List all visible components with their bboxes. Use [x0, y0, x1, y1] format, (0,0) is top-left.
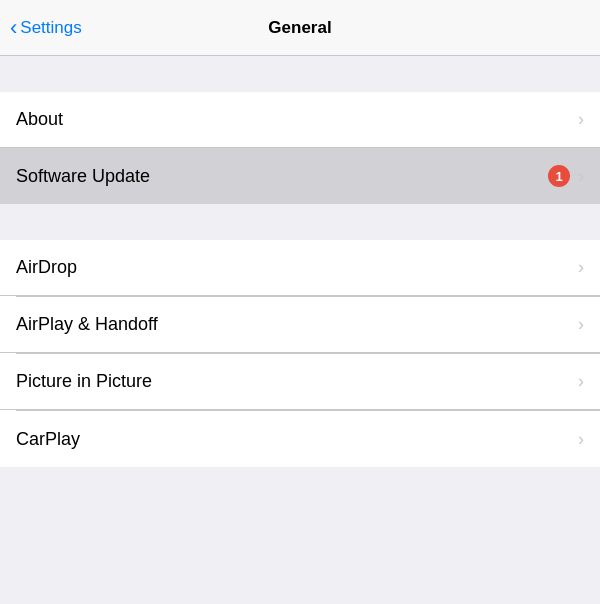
about-row-right: ›: [578, 109, 584, 130]
navigation-bar: ‹ Settings General: [0, 0, 600, 56]
airplay-handoff-row-right: ›: [578, 314, 584, 335]
software-update-label: Software Update: [16, 166, 548, 187]
picture-in-picture-label: Picture in Picture: [16, 371, 578, 392]
settings-group-1: About › Software Update 1 ›: [0, 92, 600, 204]
section-gap-top: [0, 56, 600, 92]
page-title: General: [268, 18, 331, 38]
airplay-handoff-chevron-icon: ›: [578, 314, 584, 335]
airdrop-row-right: ›: [578, 257, 584, 278]
airdrop-chevron-icon: ›: [578, 257, 584, 278]
airdrop-label: AirDrop: [16, 257, 578, 278]
airplay-handoff-row[interactable]: AirPlay & Handoff ›: [0, 297, 600, 353]
carplay-chevron-icon: ›: [578, 429, 584, 450]
software-update-badge: 1: [548, 165, 570, 187]
picture-in-picture-chevron-icon: ›: [578, 371, 584, 392]
software-update-chevron-icon: ›: [578, 166, 584, 187]
picture-in-picture-row-right: ›: [578, 371, 584, 392]
back-chevron-icon: ‹: [10, 17, 17, 39]
software-update-row[interactable]: Software Update 1 ›: [0, 148, 600, 204]
about-row[interactable]: About ›: [0, 92, 600, 148]
software-update-row-right: 1 ›: [548, 165, 584, 187]
carplay-row-right: ›: [578, 429, 584, 450]
carplay-label: CarPlay: [16, 429, 578, 450]
about-label: About: [16, 109, 578, 130]
airplay-handoff-label: AirPlay & Handoff: [16, 314, 578, 335]
airdrop-row[interactable]: AirDrop ›: [0, 240, 600, 296]
back-label: Settings: [20, 18, 81, 38]
section-gap-middle: [0, 204, 600, 240]
carplay-row[interactable]: CarPlay ›: [0, 411, 600, 467]
back-button[interactable]: ‹ Settings: [10, 17, 82, 39]
about-chevron-icon: ›: [578, 109, 584, 130]
picture-in-picture-row[interactable]: Picture in Picture ›: [0, 354, 600, 410]
settings-group-2: AirDrop › AirPlay & Handoff › Picture in…: [0, 240, 600, 467]
